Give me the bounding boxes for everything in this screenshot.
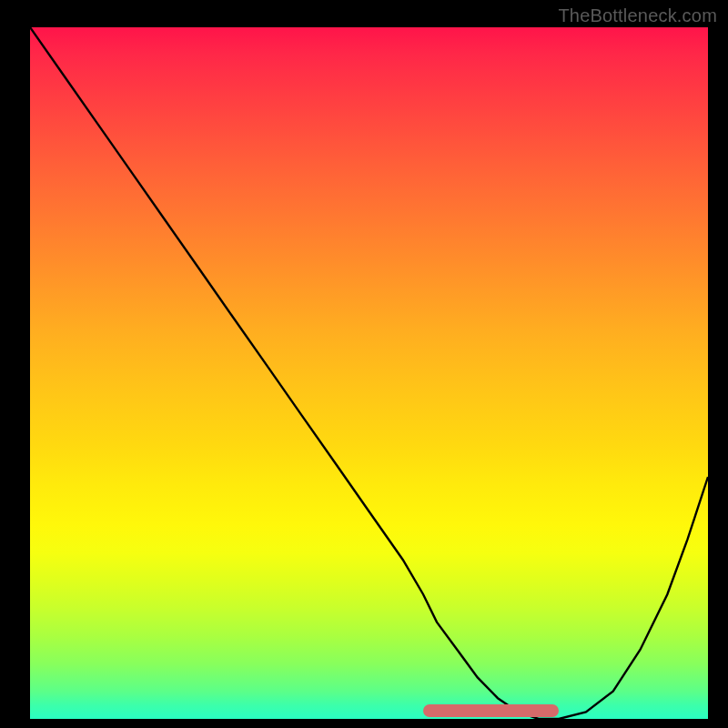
chart-container: TheBottleneck.com <box>0 0 728 728</box>
plot-area <box>30 27 708 719</box>
watermark-text: TheBottleneck.com <box>558 5 717 26</box>
optimal-range-marker <box>423 704 559 717</box>
bottleneck-curve <box>30 27 708 719</box>
